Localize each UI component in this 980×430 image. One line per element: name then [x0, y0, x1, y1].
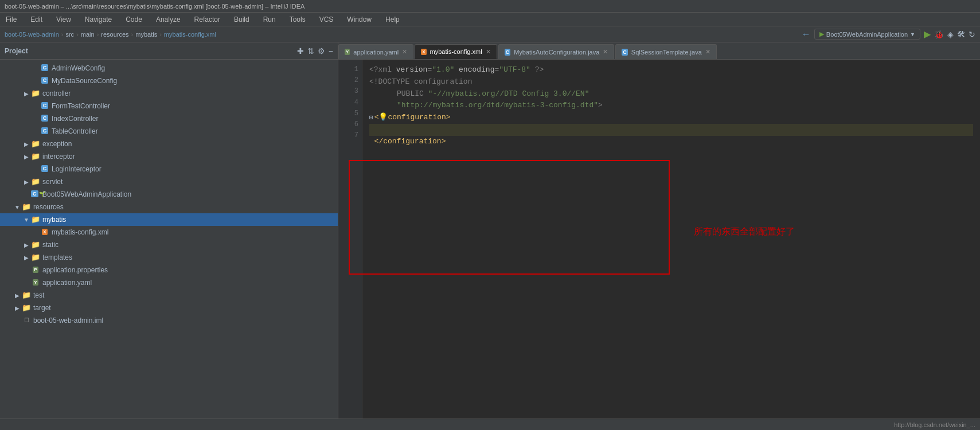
dropdown-arrow: ▼: [910, 32, 915, 37]
tree-arrow-static: ▶: [23, 242, 30, 248]
tree-icon-iml: ◻: [22, 316, 31, 325]
tree-icon-folder: 📁: [22, 291, 31, 300]
tab-close-mybatis-config-tab[interactable]: ✕: [486, 48, 491, 56]
window-title: boot-05-web-admin – ...\src\main\resourc…: [5, 3, 304, 10]
code-line-5: ⊟<💡configuration>: [369, 112, 973, 124]
back-icon[interactable]: ←: [802, 29, 811, 40]
status-bar: http://blog.csdn.net/weixin_...: [0, 419, 980, 430]
tree-item-indexcontroller[interactable]: CIndexController: [0, 112, 338, 125]
build-button[interactable]: 🛠: [957, 30, 965, 39]
settings-icon[interactable]: ⚙: [318, 46, 325, 56]
breadcrumb-part-3[interactable]: resources: [101, 31, 128, 38]
tree-item-exception[interactable]: ▶📁exception: [0, 138, 338, 150]
menu-tools[interactable]: Tools: [286, 14, 309, 25]
tab-sqlsession-tab[interactable]: CSqlSessionTemplate.java✕: [615, 44, 716, 59]
breadcrumb-part-0[interactable]: boot-05-web-admin: [5, 31, 59, 38]
menu-vcs[interactable]: VCS: [316, 14, 337, 25]
run-config-dropdown[interactable]: ▶ Boot05WebAdminApplication ▼: [814, 29, 920, 40]
menu-run[interactable]: Run: [260, 14, 279, 25]
tree-icon-folder: 📁: [31, 240, 40, 249]
menu-window[interactable]: Window: [343, 14, 375, 25]
tree-item-adminwebconfig[interactable]: CAdminWebConfig: [0, 62, 338, 75]
debug-button[interactable]: 🐞: [934, 30, 944, 39]
tree-item-formtestcontroller[interactable]: CFormTestController: [0, 100, 338, 112]
tree-item-servlet[interactable]: ▶📁servlet: [0, 175, 338, 188]
code-line-4: "http://mybatis.org/dtd/mybatis-3-config…: [369, 100, 973, 112]
tree-item-test[interactable]: ▶📁test: [0, 289, 338, 302]
menu-bar: FileEditViewNavigateCodeAnalyzeRefactorB…: [0, 13, 980, 26]
tree-item-interceptor[interactable]: ▶📁interceptor: [0, 150, 338, 163]
close-sidebar-icon[interactable]: −: [329, 46, 333, 56]
tree-label-boot05-iml: boot-05-web-admin.iml: [33, 316, 103, 325]
tree-label-templates: templates: [42, 253, 72, 261]
code-editor[interactable]: 1234567 <?xml version="1.0" encoding="UT…: [338, 60, 980, 430]
tree-item-mybatis-config[interactable]: Xmybatis-config.xml: [0, 226, 338, 239]
menu-edit[interactable]: Edit: [27, 14, 46, 25]
tree-item-boot05app[interactable]: C🌱Boot05WebAdminApplication: [0, 188, 338, 201]
breadcrumb: boot-05-web-admin›src›main›resources›myb…: [5, 31, 216, 38]
tree-item-tablecontroller[interactable]: CTableController: [0, 125, 338, 138]
tree-label-exception: exception: [42, 140, 72, 148]
tree-arrow-exception: ▶: [23, 141, 30, 147]
menu-refactor[interactable]: Refactor: [191, 14, 224, 25]
tab-label-mybatis-config-tab: mybatis-config.xml: [430, 48, 482, 55]
tree-item-boot05-iml[interactable]: ◻boot-05-web-admin.iml: [0, 314, 338, 327]
tree-label-app-props: application.properties: [42, 266, 108, 274]
tree-label-adminwebconfig: AdminWebConfig: [52, 64, 105, 72]
run-button[interactable]: ▶: [924, 29, 931, 40]
tree-item-mydatasourceconfig[interactable]: CMyDataSourceConfig: [0, 75, 338, 87]
status-url: http://blog.csdn.net/weixin_...: [894, 421, 975, 428]
tab-mybatis-auto-tab[interactable]: CMybatisAutoConfiguration.java✕: [498, 44, 615, 59]
main-layout: Project ✚ ⇅ ⚙ − CAdminWebConfigCMyDataSo…: [0, 42, 980, 430]
tree-item-controller[interactable]: ▶📁controller: [0, 87, 338, 100]
tab-close-sqlsession-tab[interactable]: ✕: [705, 48, 710, 56]
coverage-button[interactable]: ◈: [947, 30, 954, 39]
tree-item-static[interactable]: ▶📁static: [0, 239, 338, 251]
menu-analyze[interactable]: Analyze: [153, 14, 184, 25]
menu-file[interactable]: File: [2, 14, 20, 25]
editor-area: Yapplication.yaml✕Xmybatis-config.xml✕CM…: [338, 42, 980, 430]
breadcrumb-part-4[interactable]: mybatis: [135, 31, 157, 38]
tab-close-mybatis-auto-tab[interactable]: ✕: [603, 48, 608, 56]
tab-close-app-yaml-tab[interactable]: ✕: [402, 48, 407, 56]
breadcrumb-sep: ›: [97, 31, 99, 38]
menu-navigate[interactable]: Navigate: [81, 14, 115, 25]
tree-label-mybatis-config: mybatis-config.xml: [52, 228, 108, 236]
tree-icon-class-spring: C🌱: [31, 190, 40, 199]
tab-label-sqlsession-tab: SqlSessionTemplate.java: [631, 49, 702, 56]
code-line-7: </configuration>: [369, 136, 973, 148]
tab-label-app-yaml-tab: application.yaml: [353, 49, 399, 56]
code-line-6: [369, 124, 973, 136]
tree-arrow-resources: ▼: [14, 204, 21, 210]
menu-build[interactable]: Build: [231, 14, 253, 25]
update-button[interactable]: ↻: [969, 30, 975, 39]
tab-mybatis-config-tab[interactable]: Xmybatis-config.xml✕: [415, 44, 497, 59]
tab-app-yaml-tab[interactable]: Yapplication.yaml✕: [338, 44, 413, 59]
line-numbers: 1234567: [338, 60, 362, 430]
tree-item-app-yaml[interactable]: Yapplication.yaml: [0, 276, 338, 289]
tree-item-templates[interactable]: ▶📁templates: [0, 251, 338, 264]
add-icon[interactable]: ✚: [297, 46, 304, 56]
sort-icon[interactable]: ⇅: [307, 46, 314, 56]
tree-item-app-props[interactable]: Papplication.properties: [0, 264, 338, 276]
tree-label-test: test: [33, 291, 44, 299]
tree-arrow-servlet: ▶: [23, 179, 30, 185]
tree-item-resources[interactable]: ▼📁resources: [0, 201, 338, 213]
menu-code[interactable]: Code: [122, 14, 146, 25]
breadcrumb-part-5[interactable]: mybatis-config.xml: [164, 31, 216, 38]
tree-icon-folder: 📁: [31, 177, 40, 186]
tree-label-formtestcontroller: FormTestController: [52, 102, 110, 110]
breadcrumb-sep: ›: [61, 31, 64, 38]
tree-label-static: static: [42, 241, 58, 249]
breadcrumb-part-1[interactable]: src: [65, 31, 74, 38]
menu-help[interactable]: Help: [382, 14, 403, 25]
tree-arrow-controller: ▶: [23, 91, 30, 97]
project-sidebar: Project ✚ ⇅ ⚙ − CAdminWebConfigCMyDataSo…: [0, 42, 338, 430]
title-bar: boot-05-web-admin – ...\src\main\resourc…: [0, 0, 980, 13]
tree-label-servlet: servlet: [42, 178, 63, 186]
tree-item-target[interactable]: ▶📁target: [0, 302, 338, 314]
menu-view[interactable]: View: [53, 14, 75, 25]
tree-item-mybatis-folder[interactable]: ▼📁mybatis: [0, 213, 338, 226]
tree-item-logininterceptor[interactable]: CLoginInterceptor: [0, 163, 338, 175]
breadcrumb-part-2[interactable]: main: [81, 31, 95, 38]
